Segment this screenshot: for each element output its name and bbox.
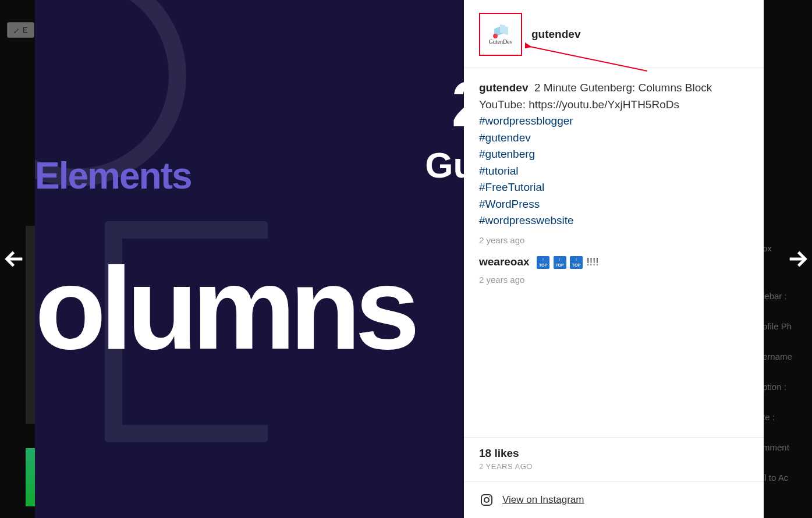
prev-arrow[interactable]	[1, 246, 28, 272]
svg-rect-2	[481, 495, 492, 505]
hashtag-link[interactable]: #gutendev	[479, 130, 749, 147]
gallery-thumbnail[interactable]	[26, 448, 35, 506]
svg-point-4	[490, 496, 491, 498]
top-emoji-icon	[570, 256, 583, 269]
post-header: GutenDev gutendev	[464, 0, 764, 68]
post-footer: 18 likes 2 YEARS AGO View on Instagram	[464, 437, 764, 518]
caption-line: YouTube: https://youtu.be/YxjHTH5RoDs	[479, 98, 679, 111]
likes-count[interactable]: 18 likes	[464, 438, 764, 462]
profile-avatar[interactable]: GutenDev	[479, 13, 522, 56]
post-caption: gutendev 2 Minute Gutenberg: Columns Blo…	[479, 80, 749, 245]
hashtag-link[interactable]: #wordpresswebsite	[479, 212, 749, 229]
top-emoji-icon	[537, 256, 549, 269]
svg-point-3	[484, 498, 489, 502]
caption-line: 2 Minute Gutenberg: Columns Block	[534, 81, 712, 94]
comment-username[interactable]: weareoax	[479, 256, 530, 268]
media-text-brand: Gut	[425, 144, 464, 186]
caption-timestamp: 2 years ago	[479, 235, 749, 245]
media-text-elements: Elements	[35, 154, 192, 197]
media-text-columns: olumns	[35, 250, 414, 367]
hashtag-link[interactable]: #WordPress	[479, 196, 749, 213]
hashtag-link[interactable]: #wordpressblogger	[479, 113, 749, 130]
view-on-instagram-link[interactable]: View on Instagram	[464, 481, 764, 518]
post-username[interactable]: gutendev	[531, 28, 580, 41]
view-link-label: View on Instagram	[502, 494, 584, 506]
instagram-post-modal: Elements 2 Gut olumns GutenDev gutendev	[35, 0, 764, 518]
avatar-cube-icon	[493, 24, 508, 37]
hashtag-link[interactable]: #tutorial	[479, 163, 749, 180]
post-media[interactable]: Elements 2 Gut olumns	[35, 0, 464, 518]
arrow-left-icon	[3, 247, 26, 271]
caption-username[interactable]: gutendev	[479, 81, 528, 94]
media-text-number: 2	[452, 67, 464, 141]
avatar-brand-label: GutenDev	[488, 38, 512, 45]
post-comment: weareoax !!!! 2 years ago	[479, 256, 749, 285]
post-content: gutendev 2 Minute Gutenberg: Columns Blo…	[464, 68, 764, 437]
arrow-right-icon	[786, 247, 809, 271]
instagram-icon	[479, 492, 494, 508]
top-emoji-icon	[554, 256, 566, 269]
post-info-panel: GutenDev gutendev gutendev 2 Minute Gute…	[464, 0, 764, 518]
hashtag-link[interactable]: #FreeTutorial	[479, 179, 749, 196]
comment-timestamp: 2 years ago	[479, 275, 749, 285]
next-arrow[interactable]	[784, 246, 811, 272]
comment-text: !!!!	[586, 256, 598, 268]
hashtag-link[interactable]: #gutenberg	[479, 146, 749, 163]
likes-timestamp: 2 YEARS AGO	[464, 462, 764, 481]
media-graphic: Elements 2 Gut olumns	[35, 0, 464, 518]
